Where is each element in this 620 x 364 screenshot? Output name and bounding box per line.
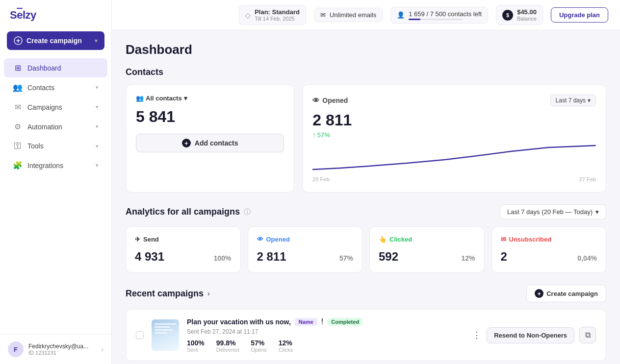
content-area: Dashboard Contacts 👥 All contacts ▾ 5 84… — [112, 30, 620, 364]
contacts-section-title: Contacts — [126, 67, 606, 77]
opened-analytics-pct: 57% — [339, 254, 353, 262]
recent-title-wrap[interactable]: Recent campaigns › — [126, 289, 210, 299]
integrations-icon: 🧩 — [13, 161, 23, 170]
campaign-card: Plan your vacation with us now, Name ! C… — [126, 309, 606, 361]
chevron-down-icon: ▾ — [184, 95, 187, 102]
analytics-card-opened: 👁 Opened 2 811 57% — [248, 226, 363, 273]
arrow-up-icon: ↑ — [312, 131, 316, 139]
chevron-down-icon: ▾ — [96, 143, 99, 149]
sidebar-item-integrations[interactable]: 🧩 Integrations ▾ — [4, 156, 107, 175]
add-contacts-label: Add contacts — [195, 139, 238, 147]
all-contacts-dropdown[interactable]: 👥 All contacts ▾ — [136, 95, 187, 102]
sidebar-item-label: Dashboard — [27, 64, 61, 72]
resend-label: Resend to Non-Openers — [494, 332, 567, 339]
logo: Selzy — [10, 9, 36, 22]
balance-label: Balance — [517, 16, 537, 22]
stat-delivered-value: 99.8% — [216, 339, 239, 347]
sidebar-item-automation[interactable]: ⚙ Automation ▾ — [4, 117, 107, 136]
opened-analytics-icon: 👁 — [257, 236, 263, 243]
all-contacts-header: 👥 All contacts ▾ — [136, 95, 284, 102]
analytics-values-opened: 2 811 57% — [257, 250, 354, 264]
contacts-progress-fill — [409, 19, 420, 20]
analytics-card-send: ✈ Send 4 931 100% — [126, 226, 241, 273]
stat-sent: 100% Sent — [187, 339, 205, 353]
resend-button[interactable]: Resend to Non-Openers — [487, 327, 574, 343]
user-details: Fedirkrychevsky@ua... ID 1231231 — [28, 343, 88, 356]
opened-header: 👁 Opened Last 7 days ▾ — [312, 95, 596, 106]
create-campaign-sm-label: Create campaign — [546, 290, 598, 297]
sidebar-item-label: Campaigns — [27, 103, 62, 111]
opened-analytics-value: 2 811 — [257, 250, 286, 264]
all-contacts-label: All contacts — [146, 95, 182, 102]
campaign-thumbnail — [152, 319, 179, 351]
upgrade-button[interactable]: Upgrade plan — [551, 7, 608, 23]
plus-circle-icon: + — [14, 36, 23, 45]
analytics-values-clicked: 592 12% — [379, 250, 475, 264]
opened-analytics-label: Opened — [266, 236, 290, 243]
logo-area: Selzy — [0, 0, 111, 29]
period-select[interactable]: Last 7 days ▾ — [550, 95, 596, 106]
add-contacts-button[interactable]: + Add contacts — [136, 134, 284, 152]
analytics-values-send: 4 931 100% — [135, 250, 232, 264]
plus-icon: + — [535, 289, 543, 298]
plan-info: ◇ Plan: Standard Till 14 Feb, 2025 — [239, 5, 306, 25]
chevron-down-icon: ▾ — [95, 38, 98, 44]
clicked-value: 592 — [379, 250, 398, 264]
expand-icon[interactable]: › — [101, 345, 103, 353]
analytics-card-clicked: 👆 Clicked 592 12% — [369, 226, 485, 273]
topbar: ◇ Plan: Standard Till 14 Feb, 2025 ✉ Unl… — [112, 0, 620, 30]
recent-campaigns-header: Recent campaigns › + Create campaign — [126, 285, 606, 302]
sidebar-item-dashboard[interactable]: ⊞ Dashboard — [4, 58, 107, 77]
tools-icon: ⚿ — [13, 142, 23, 150]
stat-clicks-label: Clicks — [279, 347, 293, 353]
create-campaign-button[interactable]: + Create campaign ▾ — [7, 31, 104, 50]
info-icon: ⓘ — [244, 208, 251, 217]
more-options-icon[interactable]: ⋮ — [472, 330, 482, 340]
sidebar-item-campaigns[interactable]: ✉ Campaigns ▾ — [4, 97, 107, 117]
unsubscribed-pct: 0,04% — [577, 254, 597, 262]
sidebar-item-tools[interactable]: ⚿ Tools ▾ — [4, 137, 107, 155]
total-contacts-count: 5 841 — [136, 108, 284, 126]
plus-icon: + — [182, 139, 191, 147]
automation-icon: ⚙ — [13, 122, 23, 131]
clicked-pct: 12% — [461, 254, 475, 262]
send-label: Send — [143, 236, 159, 243]
main-area: ◇ Plan: Standard Till 14 Feb, 2025 ✉ Unl… — [112, 0, 620, 364]
stat-clicks: 12% Clicks — [279, 339, 293, 353]
stat-opens-value: 57% — [251, 339, 266, 347]
campaign-name: Plan your vacation with us now, — [187, 318, 291, 326]
analytics-period-dropdown[interactable]: Last 7 days (20 Feb — Today) ▾ — [500, 204, 606, 219]
opened-chart — [312, 143, 596, 174]
sidebar-item-contacts[interactable]: 👥 Contacts ▾ — [4, 78, 107, 97]
campaign-checkbox[interactable] — [136, 331, 144, 339]
copy-button[interactable]: ⧉ — [579, 327, 596, 343]
analytics-card-header-clicked: 👆 Clicked — [379, 236, 475, 243]
campaign-actions: ⋮ Resend to Non-Openers ⧉ — [472, 327, 596, 343]
campaigns-icon: ✉ — [13, 102, 23, 112]
opened-card: 👁 Opened Last 7 days ▾ 2 811 ↑ 57% — [302, 84, 606, 193]
unsubscribed-value: 2 — [501, 250, 507, 264]
chevron-right-icon: › — [207, 290, 210, 297]
clicked-icon: 👆 — [379, 236, 387, 243]
stat-delivered: 99.8% Delivered — [216, 339, 239, 353]
chevron-down-icon: ▾ — [96, 162, 99, 169]
analytics-card-unsubscribed: ✉ Unsubscribed 2 0,04% — [491, 226, 607, 273]
contacts-icon: 👥 — [13, 83, 23, 92]
name-badge: Name — [295, 318, 317, 326]
plan-name: Plan: Standard — [255, 8, 300, 16]
avatar-letter: F — [14, 346, 18, 353]
email-icon: ✉ — [320, 11, 326, 19]
sidebar-item-label: Contacts — [27, 84, 54, 92]
send-icon: ✈ — [135, 236, 140, 243]
analytics-header: Analytics for all campaigns ⓘ Last 7 day… — [126, 204, 606, 219]
create-campaign-small-button[interactable]: + Create campaign — [526, 285, 606, 302]
user-id: ID 1231231 — [28, 350, 88, 356]
sidebar-item-label: Automation — [27, 123, 62, 131]
balance-info: $ $45.00 Balance — [496, 5, 543, 25]
stat-opens: 57% Opens — [251, 339, 266, 353]
user-info: F Fedirkrychevsky@ua... ID 1231231 — [8, 341, 88, 357]
analytics-period-label: Last 7 days (20 Feb — Today) — [507, 208, 593, 216]
chevron-down-icon: ▾ — [595, 208, 599, 216]
avatar: F — [8, 341, 24, 357]
plan-icon: ◇ — [245, 11, 251, 19]
